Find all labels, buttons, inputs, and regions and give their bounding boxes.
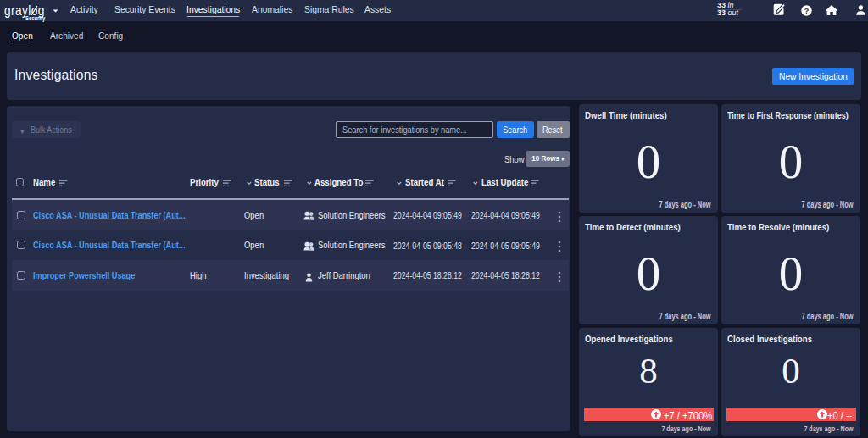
svg-text:?: ? xyxy=(804,6,810,14)
